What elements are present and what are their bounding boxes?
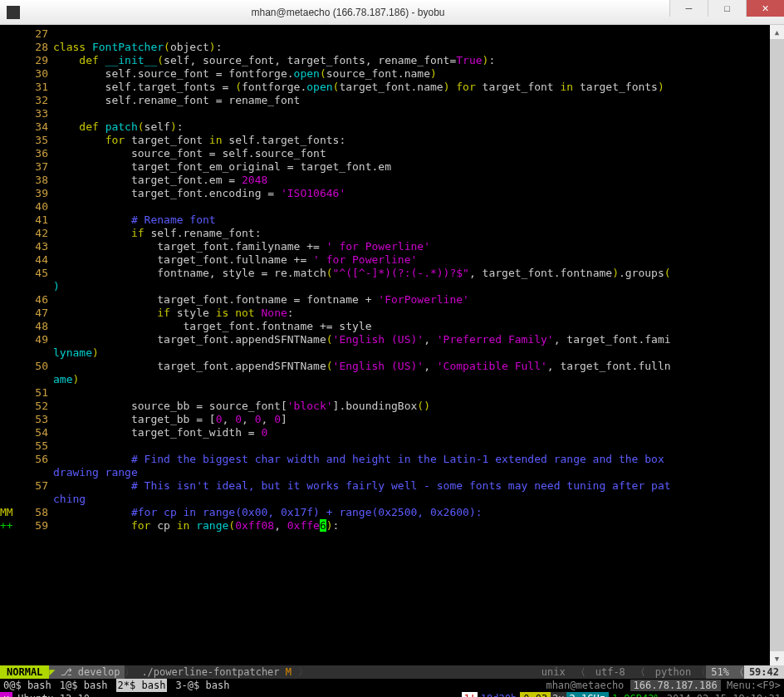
sign-cell (0, 400, 15, 413)
code-line[interactable]: def patch(self): (53, 120, 784, 134)
code-line[interactable]: source_bb = source_font['block'].boundin… (53, 400, 784, 413)
tmux-window[interactable]: 1@$ bash (60, 679, 108, 692)
code-line[interactable]: target_font.fullname += ' for Powerline' (53, 253, 784, 267)
code-line[interactable]: ching (53, 493, 784, 506)
window-title: mhan@metaecho (166.78.187.186) - byobu (27, 6, 669, 19)
code-line[interactable]: self.rename_font = rename_font (53, 94, 784, 107)
code-line[interactable]: # This isn't ideal, but it works fairly … (53, 479, 784, 493)
code-line[interactable]: fontname, style = re.match("^([^-]*)(?:(… (53, 267, 784, 280)
modified-flag: M (286, 666, 292, 678)
cursor-position: 59:42 (744, 665, 784, 679)
code-line[interactable]: #for cp in range(0x00, 0x17f) + range(0x… (53, 506, 784, 519)
line-number: 42 (15, 227, 48, 240)
scroll-up-icon[interactable]: ▲ (770, 25, 784, 39)
separator-icon: ◤ (49, 665, 55, 679)
code-line[interactable]: self.source_font = fontforge.open(source… (53, 67, 784, 81)
tmux-window[interactable]: 3-@$ bash (175, 679, 229, 692)
scrollbar[interactable]: ▲ ▼ (770, 25, 784, 665)
vim-statusline: NORMAL ◤ ⎇ develop 〉 ./powerline-fontpat… (0, 665, 784, 679)
line-number: 58 (15, 506, 48, 519)
sign-cell (0, 120, 15, 134)
maximize-button[interactable]: □ (708, 0, 746, 17)
line-number: 35 (15, 134, 48, 147)
code-line[interactable]: target_font.fontname = fontname + 'ForPo… (53, 293, 784, 307)
code-line[interactable] (53, 200, 784, 214)
sign-cell (0, 466, 15, 479)
minimize-button[interactable]: ─ (669, 0, 708, 17)
line-number: 43 (15, 240, 48, 253)
code-line[interactable]: target_font.em = 2048 (53, 174, 784, 187)
line-number: 28 (15, 41, 48, 54)
editor-area[interactable]: MM++ 27282930313233343536373839404142434… (0, 25, 784, 665)
sign-cell (0, 200, 15, 214)
scrollbar-track[interactable] (770, 39, 784, 651)
scroll-down-icon[interactable]: ▼ (770, 651, 784, 665)
code-line[interactable]: for target_font in self.target_fonts: (53, 134, 784, 147)
code-line[interactable]: lyname) (53, 346, 784, 360)
sign-cell (0, 147, 15, 160)
code-line[interactable]: ame) (53, 373, 784, 386)
code-line[interactable]: target_font.appendSFNTName('English (US)… (53, 333, 784, 346)
sign-cell (0, 187, 15, 200)
sign-cell (0, 413, 15, 426)
code-line[interactable]: ) (53, 280, 784, 293)
code-line[interactable]: target_font.fontname += style (53, 320, 784, 333)
code-line[interactable]: target_font_width = 0 (53, 426, 784, 439)
code-line[interactable]: target_font.familyname += ' for Powerlin… (53, 240, 784, 253)
code-line[interactable]: target_bb = [0, 0, 0, 0] (53, 413, 784, 426)
code-line[interactable]: self.target_fonts = (fontforge.open(targ… (53, 81, 784, 94)
code-line[interactable] (53, 439, 784, 453)
line-number: 36 (15, 147, 48, 160)
sign-cell (0, 107, 15, 120)
code-line[interactable]: def __init__(self, source_font, target_f… (53, 54, 784, 67)
git-branch: ⎇ develop (56, 665, 125, 679)
line-number: 30 (15, 67, 48, 81)
line-number: 45 (15, 267, 48, 280)
code-line[interactable]: if style is not None: (53, 307, 784, 320)
code-line[interactable]: target_font.appendSFNTName('English (US)… (53, 360, 784, 373)
code-line[interactable]: class FontPatcher(object): (53, 41, 784, 54)
sign-cell (0, 320, 15, 333)
separator-icon: 〈 (734, 665, 744, 679)
datetime: 2014-02-15 19:19:31 (664, 692, 784, 697)
close-button[interactable]: ✕ (746, 0, 784, 17)
line-number: 37 (15, 160, 48, 174)
tmux-window[interactable]: 2*$ bash (116, 679, 168, 692)
sign-cell (0, 227, 15, 240)
line-number: 52 (15, 400, 48, 413)
code-content[interactable]: class FontPatcher(object): def __init__(… (53, 27, 784, 665)
sign-cell: ++ (0, 519, 15, 533)
code-line[interactable]: if self.rename_font: (53, 227, 784, 240)
code-line[interactable]: drawing range (53, 466, 784, 479)
scrollbar-thumb[interactable] (770, 39, 784, 651)
code-line[interactable]: target_font.encoding = 'ISO10646' (53, 187, 784, 200)
tmux-ip: 166.78.187.186 (630, 680, 721, 691)
sign-cell (0, 333, 15, 346)
tmux-window[interactable]: 0@$ bash (3, 679, 51, 692)
tmux-user: mhan@metaecho (546, 680, 624, 691)
sign-cell (0, 453, 15, 466)
line-number: 53 (15, 413, 48, 426)
line-number: 57 (15, 479, 48, 493)
code-line[interactable]: # Rename font (53, 214, 784, 227)
code-line[interactable]: target_font_em_original = target_font.em (53, 160, 784, 174)
mode-indicator: NORMAL (0, 665, 49, 679)
code-line[interactable]: source_font = self.source_font (53, 147, 784, 160)
sign-cell (0, 240, 15, 253)
line-number: 38 (15, 174, 48, 187)
code-line[interactable] (53, 386, 784, 400)
file-path: ./powerline-fontpatcher M (135, 665, 298, 679)
code-line[interactable]: for cp in range(0xff08, 0xffe6): (53, 519, 784, 533)
line-number: 54 (15, 426, 48, 439)
line-number: 48 (15, 320, 48, 333)
window-controls: ─ □ ✕ (669, 0, 784, 24)
sign-cell (0, 307, 15, 320)
line-number: 27 (15, 27, 48, 41)
sign-cell (0, 479, 15, 493)
code-line[interactable] (53, 27, 784, 41)
code-line[interactable] (53, 107, 784, 120)
sign-column: MM++ (0, 27, 15, 665)
line-number-gutter: 2728293031323334353637383940414243444546… (15, 27, 53, 665)
code-line[interactable]: # Find the biggest char width and height… (53, 453, 784, 466)
tmux-windows: 0@$ bash1@$ bash2*$ bash3-@$ bash (3, 679, 229, 692)
